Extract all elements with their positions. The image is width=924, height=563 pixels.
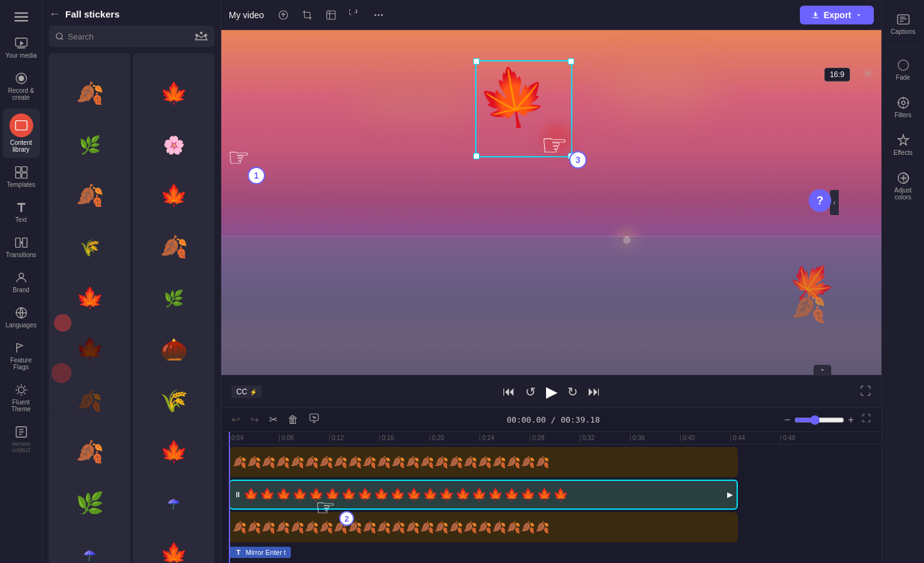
svg-rect-8 (15, 167, 20, 172)
collapse-right-panel-button[interactable]: ‹ (830, 190, 839, 215)
forward5-button[interactable]: ↻ (567, 384, 578, 399)
sidebar-item-fluent-theme[interactable]: Fluent Theme (3, 378, 40, 418)
svg-point-21 (201, 32, 202, 34)
sticker-item[interactable]: 🍁 (133, 514, 214, 563)
ruler-mark: 0:40 (680, 434, 730, 441)
redo-button[interactable]: ↪ (248, 412, 261, 428)
sidebar-item-label: Your media (5, 52, 36, 59)
sidebar-item-label: Text (15, 216, 26, 223)
sidebar-item-label: Templates (7, 181, 36, 188)
fullscreen-button[interactable]: ⛶ (860, 385, 871, 398)
sticker-panel: ← Fall stickers 🍂 🍁 🌿 🌸 🍂 🍁 🌾 🍂 🍁 🌿 🍁 🌰 … (43, 0, 221, 563)
crop-button[interactable] (298, 7, 317, 23)
step-badge-2: 2 (339, 511, 354, 526)
playhead-ruler (229, 432, 230, 444)
sticker-item[interactable]: ☂️ (49, 514, 130, 563)
export-button[interactable]: Export (800, 6, 874, 24)
svg-rect-10 (15, 173, 20, 178)
sidebar-item-text[interactable]: Text (3, 196, 40, 228)
add-media-button[interactable] (306, 411, 322, 428)
step-badge-1: 1 (248, 167, 265, 184)
svg-point-20 (196, 34, 197, 36)
svg-rect-9 (21, 167, 26, 172)
left-sidebar: Your media Record & create Content libra… (0, 0, 43, 563)
mirror-label: T Mirror Enter t (229, 547, 291, 558)
search-bar (49, 26, 214, 47)
sidebar-item-label: Languages (6, 322, 37, 329)
video-title: My video (229, 10, 264, 20)
track-sticker-bottom[interactable]: 🍂 🍂 🍂 🍂 🍂 🍂 🍂 🍂 🍂 🍂 🍂 🍂 🍂 🍂 🍂 🍂 (229, 512, 874, 542)
delete-button[interactable]: 🗑 (285, 413, 301, 428)
sidebar-item-record-create[interactable]: Record & create (3, 66, 40, 106)
sidebar-item-templates[interactable]: Templates (3, 160, 40, 193)
ruler-marks: 0:04 0:08 0:12 0:16 0:20 0:24 0:28 0:32 … (229, 434, 831, 441)
sidebar-item-transitions[interactable]: Transitions (3, 231, 40, 263)
cc-label: CC (236, 387, 247, 396)
ruler-mark: 0:36 (630, 434, 680, 441)
timeline-collapse-button[interactable] (814, 365, 831, 375)
divider (886, 46, 920, 47)
svg-rect-12 (15, 238, 19, 248)
right-item-label: Captions (891, 28, 915, 35)
zoom-in-button[interactable]: + (848, 414, 854, 426)
right-panel: Captions Fade Filters Effects Adjust col… (881, 0, 924, 563)
search-input[interactable] (68, 32, 191, 41)
zoom-controls: − + (784, 414, 854, 426)
cursor-hand-3: ☞ (541, 127, 568, 162)
skip-back-button[interactable]: ⏮ (503, 384, 515, 399)
cc-button[interactable]: CC ⚡ (231, 386, 262, 398)
right-item-label: Effects (893, 149, 912, 156)
playhead-track (229, 445, 230, 563)
rewind5-button[interactable]: ↺ (525, 384, 536, 399)
timeline-toolbar: ↩ ↪ ✂ 🗑 00:00.00 / 00:39.18 − + (221, 408, 881, 432)
ruler-mark: 0:32 (580, 434, 630, 441)
sidebar-item-brand-kit[interactable]: Brand (3, 266, 40, 298)
main-sticker-leaf[interactable]: 🍁 (473, 59, 554, 136)
fit-to-window-button[interactable] (859, 412, 874, 428)
ruler-mark: 0:24 (480, 434, 530, 441)
right-item-filters[interactable]: Filters (885, 91, 922, 124)
main-area: My video Export (221, 0, 881, 563)
zoom-out-button[interactable]: − (784, 414, 790, 426)
sidebar-item-content-library[interactable]: Content library (3, 108, 40, 158)
right-item-adjust-colors[interactable]: Adjust colors (885, 166, 922, 206)
zoom-slider[interactable] (794, 415, 844, 425)
aspect-ratio-badge[interactable]: 16:9 (824, 68, 850, 82)
crown-icon[interactable] (194, 29, 208, 43)
more-options-button[interactable] (369, 7, 388, 23)
skip-forward-button[interactable]: ⏭ (588, 384, 601, 399)
sidebar-item-menu[interactable] (3, 5, 40, 29)
video-controls: CC ⚡ ⏮ ↺ ▶ ↻ ⏭ ⛶ (221, 375, 881, 408)
sidebar-item-feature-flags[interactable]: Feature Flags (3, 336, 40, 376)
panel-title: Fall stickers (65, 9, 214, 19)
export-label: Export (824, 10, 851, 20)
sidebar-item-languages[interactable]: Languages (3, 301, 40, 334)
track-sticker-selected[interactable]: ⏸ 🍁 🍁 🍁 🍁 🍁 🍁 🍁 🍁 🍁 🍁 🍁 🍁 🍁 🍁 🍁 (229, 480, 874, 510)
svg-rect-1 (14, 16, 28, 18)
right-item-fade[interactable]: Fade (885, 53, 922, 86)
video-container: 🍁 🍂 🍁 ☞ 1 ☞ 3 (221, 30, 881, 375)
panel-back-button[interactable]: ← (49, 8, 60, 21)
svg-rect-0 (14, 13, 28, 14)
track-sticker-top[interactable]: 🍂 🍂 🍂 🍂 🍂 🍂 🍂 🍂 🍂 🍂 🍂 🍂 🍂 🍂 🍂 🍂 (229, 447, 874, 477)
panel-header: ← Fall stickers (43, 0, 221, 26)
play-button[interactable]: ▶ (546, 383, 557, 401)
sidebar-item-label: Transitions (6, 251, 36, 258)
right-item-effects[interactable]: Effects (885, 129, 922, 161)
svg-point-26 (378, 14, 380, 16)
rotate-button[interactable] (345, 7, 364, 23)
timeline-ruler: 0:04 0:08 0:12 0:16 0:20 0:24 0:28 0:32 … (221, 432, 881, 445)
ruler-mark: 0:04 (229, 434, 279, 441)
settings-icon[interactable] (863, 68, 874, 82)
right-item-captions[interactable]: Captions (885, 8, 922, 40)
undo-button[interactable]: ↩ (229, 412, 243, 428)
cut-button[interactable]: ✂ (266, 412, 280, 428)
resize-button[interactable] (322, 7, 340, 23)
svg-rect-11 (21, 173, 26, 178)
help-badge[interactable]: ? (809, 189, 831, 212)
track-pause-icon: ⏸ (234, 490, 241, 499)
upload-button[interactable] (274, 7, 293, 23)
sticker-grid: 🍂 🍁 🌿 🌸 🍂 🍁 🌾 🍂 🍁 🌿 🍁 🌰 🍂 🌾 🍂 🍁 🌿 ☂️ (43, 53, 221, 563)
timeline-area: ↩ ↪ ✂ 🗑 00:00.00 / 00:39.18 − + (221, 408, 881, 563)
sidebar-item-your-media[interactable]: Your media (3, 31, 40, 64)
